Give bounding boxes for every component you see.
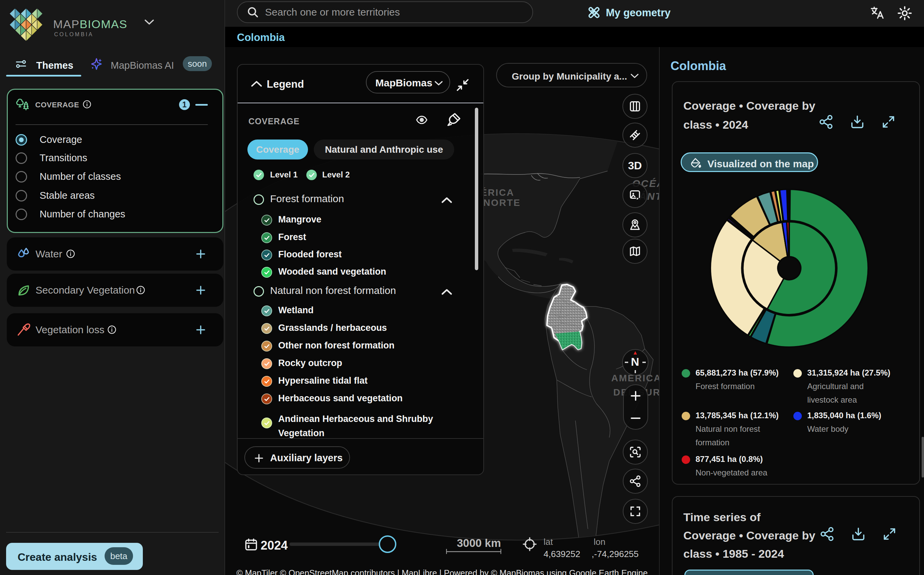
svg-text:ÉRICA: ÉRICA xyxy=(480,187,515,198)
svg-text:NORTE: NORTE xyxy=(483,197,521,208)
